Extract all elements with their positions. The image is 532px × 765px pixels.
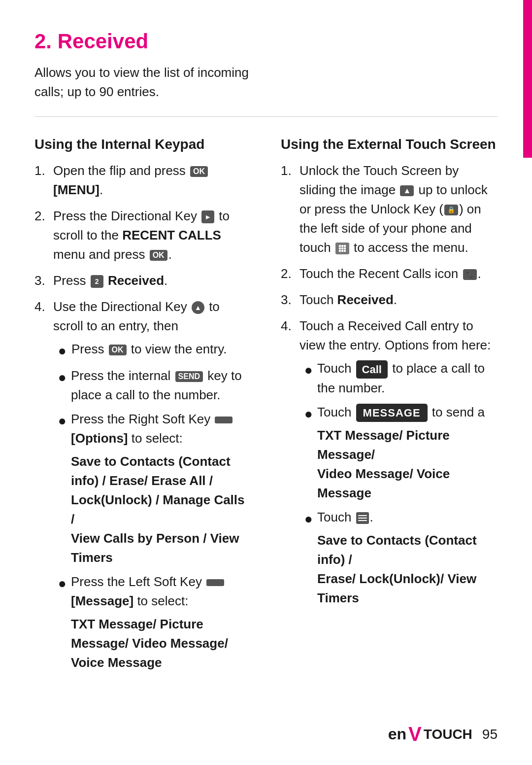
recent-calls-label: RECENT CALLS <box>122 228 221 243</box>
right-bullets: ● Touch Call to place a call to the numb… <box>304 359 498 608</box>
message-button-icon: MESSAGE <box>356 404 428 422</box>
step-content: Touch the Recent Calls icon 📞. <box>299 264 498 283</box>
left-step-1: 1. Open the flip and press OK [MENU]. <box>34 161 251 200</box>
bullet-text: Press the internal SEND key to place a c… <box>71 366 251 405</box>
slide-icon: ▲ <box>400 185 414 196</box>
unlock-key-icon: 🔒 <box>444 205 458 215</box>
page-container: 2. Received Allows you to view the list … <box>0 0 532 765</box>
right-step-1: 1. Unlock the Touch Screen by sliding th… <box>281 161 498 257</box>
footer: enVTOUCH 95 <box>0 723 532 745</box>
bullet-dot: ● <box>304 404 312 424</box>
list-sub: Save to Contacts (Contact info) / Erase/… <box>317 531 498 608</box>
bullet-dot: ● <box>304 360 312 381</box>
ok-key-sm: OK <box>109 345 127 355</box>
left-steps: 1. Open the flip and press OK [MENU]. 2.… <box>34 161 251 677</box>
intro-text: Allows you to view the list of incoming … <box>34 63 261 102</box>
svg-rect-6 <box>339 250 341 252</box>
step-content: Unlock the Touch Screen by sliding the i… <box>299 161 498 257</box>
page-number: 95 <box>482 727 498 742</box>
left-heading: Using the Internal Keypad <box>34 137 251 152</box>
arrow-key-icon: ► <box>201 210 214 223</box>
left-step-3: 3. Press 2 Received. <box>34 271 251 290</box>
accent-bar <box>523 0 532 158</box>
divider <box>34 116 498 117</box>
step-num: 3. <box>281 290 295 310</box>
right-heading: Using the External Touch Screen <box>281 137 498 152</box>
bullet-dot: ● <box>58 573 66 594</box>
bullet-call: ● Touch Call to place a call to the numb… <box>304 359 498 398</box>
svg-rect-7 <box>341 250 343 252</box>
svg-rect-8 <box>344 250 346 252</box>
bullet-dot: ● <box>304 509 312 529</box>
left-column: Using the Internal Keypad 1. Open the fl… <box>34 137 251 687</box>
right-step-2: 2. Touch the Recent Calls icon 📞. <box>281 264 498 283</box>
options-label: [Options] <box>71 431 128 446</box>
bullet-text: Touch MESSAGE to send a TXT Message/ Pic… <box>317 403 498 503</box>
left-step-2: 2. Press the Directional Key ► to scroll… <box>34 207 251 264</box>
message-label: [Message] <box>71 593 133 608</box>
step-num: 2. <box>281 264 295 283</box>
svg-rect-2 <box>344 245 346 247</box>
menu-grid-icon <box>335 243 349 254</box>
bullet-send: ● Press the internal SEND key to place a… <box>58 366 251 405</box>
svg-rect-5 <box>344 247 346 249</box>
right-steps: 1. Unlock the Touch Screen by sliding th… <box>281 161 498 613</box>
step-num: 2. <box>34 207 48 226</box>
step-num: 4. <box>34 297 48 316</box>
step-content: Touch Received. <box>299 290 498 310</box>
message-types-sub: TXT Message/ Picture Message/ Video Mess… <box>317 426 498 503</box>
step-content: Press 2 Received. <box>53 271 251 290</box>
bullet-dot: ● <box>58 341 66 361</box>
received-label: Received <box>108 273 164 288</box>
ok-key-icon-2: OK <box>150 250 167 261</box>
brand-en: en <box>388 725 406 743</box>
bullet-dot: ● <box>58 411 66 431</box>
bullet-ok: ● Press OK to view the entry. <box>58 340 251 361</box>
recent-calls-icon: 📞 <box>463 269 477 280</box>
bullet-right-soft: ● Press the Right Soft Key [Options] to … <box>58 410 251 567</box>
received-label-r: Received <box>337 292 394 307</box>
left-step-4: 4. Use the Directional Key ▲ to scroll t… <box>34 297 251 677</box>
svg-rect-4 <box>341 247 343 249</box>
step-num: 1. <box>281 161 295 180</box>
list-menu-icon <box>356 512 369 524</box>
step-content: Touch a Received Call entry to view the … <box>299 316 498 613</box>
svg-rect-0 <box>339 245 341 247</box>
bullet-text: Touch . Save to Contacts (Contact info) … <box>317 508 498 608</box>
left-softkey-icon <box>206 579 224 586</box>
menu-label: [MENU] <box>53 182 100 197</box>
right-step-3: 3. Touch Received. <box>281 290 498 310</box>
step-num: 1. <box>34 161 48 180</box>
brand-logo: enVTOUCH <box>388 723 472 745</box>
bullet-text: Touch Call to place a call to the number… <box>317 359 498 398</box>
step-content: Open the flip and press OK [MENU]. <box>53 161 251 200</box>
right-softkey-icon <box>215 417 233 423</box>
right-step-4: 4. Touch a Received Call entry to view t… <box>281 316 498 613</box>
bullet-list-icon: ● Touch . Save to Contacts <box>304 508 498 608</box>
brand-touch: TOUCH <box>424 727 472 742</box>
brand-v: V <box>408 723 422 745</box>
svg-rect-1 <box>341 245 343 247</box>
svg-rect-3 <box>339 247 341 249</box>
step-num: 3. <box>34 271 48 290</box>
step-content: Press the Directional Key ► to scroll to… <box>53 207 251 264</box>
ok-key-icon: OK <box>190 166 208 177</box>
dir-key-icon: ▲ <box>192 301 204 314</box>
bullet-text: Press the Right Soft Key [Options] to se… <box>71 410 251 567</box>
call-button-icon: Call <box>356 360 388 379</box>
step-num: 4. <box>281 316 295 336</box>
bullet-text: Press the Left Soft Key [Message] to sel… <box>71 572 251 672</box>
bullet-text: Press OK to view the entry. <box>71 340 227 359</box>
right-column: Using the External Touch Screen 1. Unloc… <box>281 137 498 623</box>
bullet-message: ● Touch MESSAGE to send a TXT Message/ P… <box>304 403 498 503</box>
num2-key-icon: 2 <box>91 275 103 288</box>
step-content: Use the Directional Key ▲ to scroll to a… <box>53 297 251 677</box>
page-title: 2. Received <box>34 30 498 53</box>
left-bullets: ● Press OK to view the entry. ● <box>58 340 251 672</box>
options-sub: Save to Contacts (Contact info) / Erase/… <box>71 452 251 567</box>
two-column-layout: Using the Internal Keypad 1. Open the fl… <box>34 137 498 687</box>
message-sub: TXT Message/ Picture Message/ Video Mess… <box>71 615 251 672</box>
bullet-dot: ● <box>58 367 66 388</box>
bullet-left-soft: ● Press the Left Soft Key [Message] to s… <box>58 572 251 672</box>
send-key-icon: SEND <box>175 371 203 382</box>
